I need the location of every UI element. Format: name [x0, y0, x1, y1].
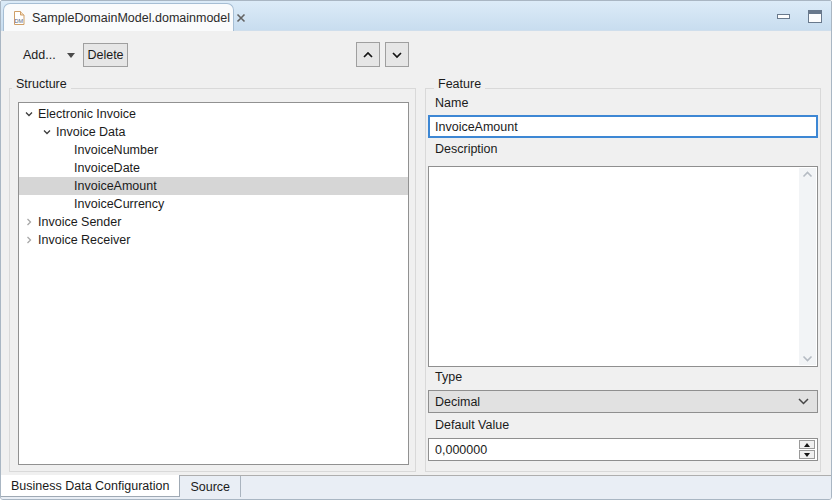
spinner-buttons: [799, 440, 815, 459]
chevron-right-icon[interactable]: [21, 217, 37, 227]
description-label: Description: [435, 142, 498, 156]
tree-item-invoicecurrency[interactable]: InvoiceCurrency: [19, 195, 408, 213]
tree-item-invoicedate[interactable]: InvoiceDate: [19, 159, 408, 177]
name-input[interactable]: [428, 115, 818, 138]
chevron-down-icon[interactable]: [39, 127, 55, 137]
tree-item-invoiceamount[interactable]: InvoiceAmount: [19, 177, 408, 195]
chevron-up-icon: [362, 51, 374, 59]
page-tab-label: Business Data Configuration: [11, 479, 169, 493]
spinner-up-icon: [804, 443, 810, 447]
domain-model-editor: DM SampleDomainModel.domainmodel: [0, 0, 832, 500]
domainmodel-file-icon: DM: [12, 10, 26, 26]
tree-indent: [19, 150, 57, 151]
page-tab-label: Source: [190, 480, 230, 494]
structure-tree[interactable]: Electronic InvoiceInvoice DataInvoiceNum…: [18, 102, 409, 465]
tree-item-invoicenumber[interactable]: InvoiceNumber: [19, 141, 408, 159]
page-tab-business-data-configuration[interactable]: Business Data Configuration: [1, 475, 180, 497]
type-combo[interactable]: Decimal: [428, 390, 818, 413]
move-up-button[interactable]: [356, 42, 380, 67]
add-button-label: Add...: [23, 48, 56, 62]
add-dropdown-button[interactable]: Add...: [17, 43, 81, 67]
description-scrollbar[interactable]: [799, 168, 816, 365]
spinner-down-icon: [804, 453, 810, 457]
type-combo-value: Decimal: [435, 395, 480, 409]
feature-group-label: Feature: [434, 77, 485, 92]
view-controls: [777, 1, 823, 31]
page-tab-source[interactable]: Source: [180, 476, 241, 497]
minimize-icon[interactable]: [777, 13, 791, 20]
description-textarea[interactable]: [430, 168, 798, 365]
chevron-down-icon: [391, 51, 403, 59]
tree-indent: [19, 204, 57, 205]
tree-indent: [19, 186, 57, 187]
structure-group: Structure Electronic InvoiceInvoice Data…: [9, 88, 416, 472]
editor-tab-bar: DM SampleDomainModel.domainmodel: [1, 1, 831, 31]
tree-item-label: InvoiceNumber: [73, 143, 158, 157]
chevron-down-icon: [797, 395, 810, 409]
tree-item-label: InvoiceAmount: [73, 179, 157, 193]
default-value-input[interactable]: [429, 439, 797, 460]
tree-indent: [19, 132, 39, 133]
spinner-down-button[interactable]: [799, 450, 815, 459]
tree-item-invoice-sender[interactable]: Invoice Sender: [19, 213, 408, 231]
feature-group: Feature Name Description Type Decimal De…: [425, 88, 821, 472]
tree-item-label: Invoice Data: [55, 125, 125, 139]
close-icon[interactable]: [236, 13, 246, 23]
tree-item-invoice-data[interactable]: Invoice Data: [19, 123, 408, 141]
tree-item-electronic-invoice[interactable]: Electronic Invoice: [19, 105, 408, 123]
tree-item-label: Invoice Receiver: [37, 233, 130, 247]
tree-item-label: Invoice Sender: [37, 215, 121, 229]
type-label: Type: [435, 370, 462, 384]
description-field: [428, 166, 818, 367]
delete-button[interactable]: Delete: [83, 43, 128, 67]
tree-item-label: Electronic Invoice: [37, 107, 136, 121]
dropdown-arrow-icon: [67, 53, 75, 58]
default-value-spinner: [428, 438, 818, 461]
tree-item-invoice-receiver[interactable]: Invoice Receiver: [19, 231, 408, 249]
tree-indent: [19, 168, 57, 169]
chevron-right-icon[interactable]: [21, 235, 37, 245]
scrollbar-up-icon: [802, 171, 813, 178]
tree-item-label: InvoiceCurrency: [73, 197, 164, 211]
move-down-button[interactable]: [385, 42, 409, 67]
name-label: Name: [435, 96, 468, 110]
scrollbar-down-icon: [802, 355, 813, 362]
spinner-up-button[interactable]: [799, 440, 815, 449]
page-tab-bar: Business Data ConfigurationSource: [1, 475, 831, 499]
editor-tab-title: SampleDomainModel.domainmodel: [32, 11, 230, 25]
default-value-label: Default Value: [435, 418, 509, 432]
editor-tab[interactable]: DM SampleDomainModel.domainmodel: [3, 3, 234, 31]
structure-group-label: Structure: [12, 77, 71, 92]
svg-text:DM: DM: [15, 17, 24, 23]
tree-item-label: InvoiceDate: [73, 161, 140, 175]
maximize-icon[interactable]: [808, 10, 823, 23]
chevron-down-icon[interactable]: [21, 109, 37, 119]
